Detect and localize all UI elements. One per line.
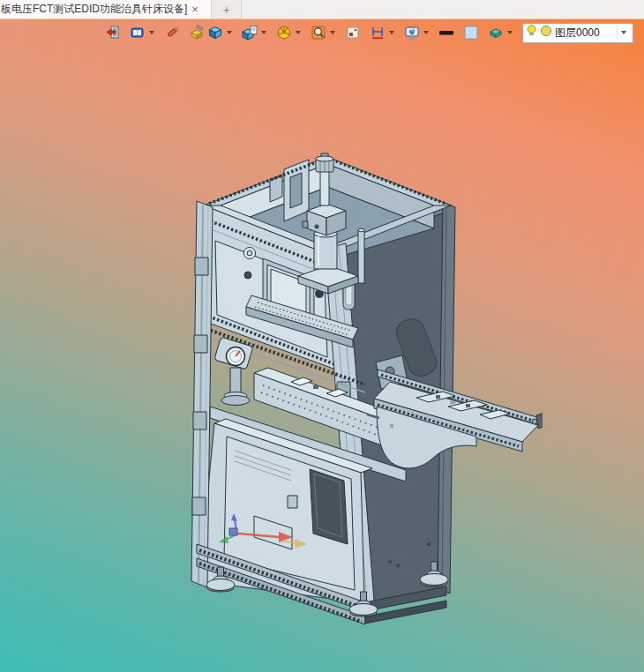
dropdown-caret[interactable] <box>147 25 155 41</box>
color-swatch-icon[interactable] <box>462 25 479 41</box>
quick-toolbar: 图层0000 <box>104 22 633 43</box>
cube-paste-icon[interactable] <box>241 25 258 41</box>
line-width-icon[interactable] <box>438 25 454 41</box>
dimension-icon[interactable] <box>369 25 386 41</box>
cad-application-window: 板电压FCT测试EDID功能治具针床设备] × + <box>0 0 644 672</box>
dropdown-caret[interactable] <box>387 25 395 41</box>
viewport-canvas[interactable]: 图层0000 <box>0 19 644 672</box>
machine-3d-model <box>185 146 543 626</box>
segment-wheel-icon[interactable] <box>275 25 292 41</box>
dropdown-caret[interactable] <box>328 25 336 41</box>
pen-icon[interactable] <box>163 25 180 41</box>
tab-title: 板电压FCT测试EDID功能治具针床设备] <box>1 2 187 17</box>
dropdown-caret[interactable] <box>225 25 233 41</box>
dropdown-caret[interactable] <box>259 25 267 41</box>
plus-icon: + <box>222 3 229 17</box>
cube-icon[interactable] <box>206 25 223 41</box>
exit-icon[interactable] <box>104 25 121 41</box>
dropdown-caret[interactable] <box>422 25 430 41</box>
magnifier-view-icon[interactable] <box>310 25 326 41</box>
eraser-3d-icon[interactable] <box>487 25 504 41</box>
new-tab-button[interactable]: + <box>212 0 242 19</box>
dropdown-caret[interactable] <box>294 25 302 41</box>
viewport-box-icon[interactable] <box>344 25 361 41</box>
chevron-down-icon[interactable] <box>617 26 630 41</box>
dropdown-caret[interactable] <box>505 25 513 41</box>
sketch-box-icon[interactable] <box>188 25 205 41</box>
notebook-icon[interactable] <box>129 25 146 41</box>
layer-selector[interactable]: 图层0000 <box>522 23 633 43</box>
lightbulb-icon <box>526 24 537 41</box>
close-icon[interactable]: × <box>191 4 198 15</box>
layer-name: 图层0000 <box>555 26 614 41</box>
document-tab[interactable]: 板电压FCT测试EDID功能治具针床设备] × <box>0 0 212 19</box>
tab-bar: 板电压FCT测试EDID功能治具针床设备] × + <box>0 0 644 19</box>
layer-color-swatch <box>540 25 552 41</box>
render-display-icon[interactable] <box>403 25 420 41</box>
